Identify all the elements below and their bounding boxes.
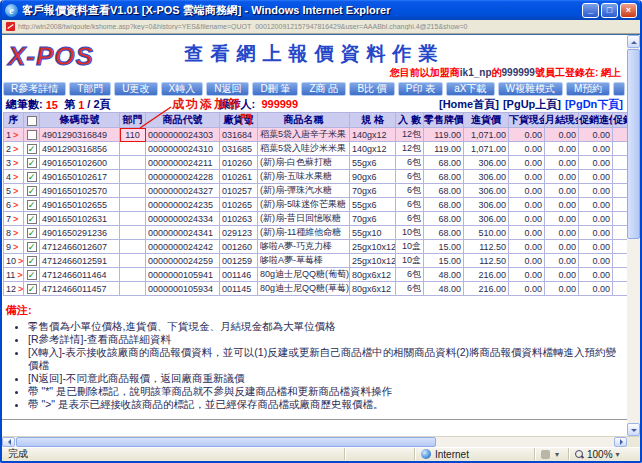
row-checkbox[interactable]: ✓ — [27, 186, 37, 196]
cell-dept — [120, 254, 146, 268]
cell-monthly: 0.00 — [545, 226, 579, 240]
row-checkbox[interactable]: ✓ — [27, 158, 37, 168]
cell-no: 1> — [4, 128, 24, 142]
toolbar-button-partial[interactable] — [613, 82, 625, 96]
row-checkbox[interactable]: ✓ — [27, 270, 37, 280]
cell-barcode: 4901650102617 — [40, 170, 120, 184]
toolbar-button-9[interactable]: P印 表 — [398, 82, 443, 96]
row-checkbox[interactable]: ✓ — [27, 200, 37, 210]
row-checkbox[interactable]: ✓ — [27, 228, 37, 238]
cell-qty: 6包 — [396, 184, 424, 198]
nav-PgDn下頁[interactable]: [PgDn下頁] — [565, 97, 623, 112]
cell-cost: 1,071.00 — [464, 142, 509, 156]
scroll-left-button[interactable] — [2, 437, 15, 447]
toolbar-button-5[interactable]: N返回 — [206, 82, 249, 96]
cell-cost: 510.00 — [464, 226, 509, 240]
row-checkbox[interactable]: ✓ — [27, 172, 37, 182]
cell-monthly: 0.00 — [545, 184, 579, 198]
toolbar-button-12[interactable]: M預約 — [566, 82, 610, 96]
note-item-6: 帶 ">" 是表示已經接收該商品的標記，並已經保存商品檔或廠商歷史報價檔。 — [28, 398, 623, 411]
row-checkbox[interactable] — [27, 130, 37, 140]
toolbar-button-11[interactable]: W複雜模式 — [498, 82, 563, 96]
protection-section[interactable]: ▾ — [534, 448, 568, 460]
scroll-down-button[interactable] — [627, 423, 640, 436]
toolbar-button-1[interactable]: R參考詳情 — [3, 82, 66, 96]
cell-qty: 10盒 — [396, 254, 424, 268]
cell-name: (新)扇-11種維他命糖 — [258, 226, 350, 240]
cell-retail: 68.00 — [424, 198, 464, 212]
cell-spec: 55gx10 — [350, 226, 396, 240]
nav-Home首頁[interactable]: [Home首頁] — [439, 97, 499, 112]
cell-promo2 — [613, 254, 628, 268]
vertical-scroll-thumb[interactable] — [627, 49, 640, 239]
cell-vendor: 010263 — [220, 212, 258, 226]
cell-cost: 306.00 — [464, 156, 509, 170]
cell-no: 2> — [4, 142, 24, 156]
cell-barcode: 4712466011457 — [40, 282, 120, 296]
col-header-0: 序 — [4, 113, 24, 128]
cell-retail: 119.00 — [424, 128, 464, 142]
horizontal-scrollbar[interactable] — [2, 436, 640, 447]
minimize-button[interactable]: _ — [582, 3, 599, 18]
cell-checkbox: ✓ — [24, 282, 40, 296]
toolbar-button-7[interactable]: Z商 品 — [301, 82, 346, 96]
total-label: 總筆數: — [6, 97, 43, 112]
col-header-7: 規 格 — [350, 113, 396, 128]
scroll-up-button[interactable] — [627, 35, 640, 48]
close-button[interactable]: × — [620, 3, 637, 18]
row-checkbox[interactable]: ✓ — [27, 284, 37, 294]
cell-promo2 — [613, 170, 628, 184]
address-url[interactable]: http://win2008/tw/qoute/kshome.asp?key=0… — [18, 23, 636, 30]
cell-code: 0000000024228 — [146, 170, 220, 184]
cell-vendor: 031685 — [220, 142, 258, 156]
cell-no: 6> — [4, 198, 24, 212]
cell-cost: 306.00 — [464, 184, 509, 198]
address-bar: http://win2008/tw/qoute/kshome.asp?key=0… — [2, 20, 640, 34]
row-checkbox[interactable]: ✓ — [27, 214, 37, 224]
row-checkbox[interactable]: ✓ — [27, 242, 37, 252]
vertical-scrollbar[interactable] — [627, 35, 640, 436]
horizontal-scroll-track[interactable] — [437, 437, 614, 447]
toolbar-button-10[interactable]: aX下載 — [446, 82, 494, 96]
select-all-checkbox[interactable] — [27, 116, 37, 126]
toolbar-button-2[interactable]: T部門 — [69, 82, 111, 96]
toolbar-button-6[interactable]: D刪 筆 — [252, 82, 298, 96]
toolbar-button-3[interactable]: U更改 — [114, 82, 157, 96]
cell-dept — [120, 184, 146, 198]
zoom-control[interactable]: 100% ▾ — [568, 448, 640, 460]
status-text: 完成 — [2, 448, 344, 460]
horizontal-scroll-thumb[interactable] — [16, 437, 436, 447]
cell-cash: 0.00 — [509, 184, 545, 198]
cell-qty: 12包 — [396, 142, 424, 156]
nav-PgUp上頁[interactable]: [PgUp上頁] — [503, 97, 561, 112]
cell-code: 0000000024334 — [146, 212, 220, 226]
table-row: 2>✓49012903168560000000024310031685稻葉5袋入… — [4, 142, 628, 156]
zoom-caret-icon: ▾ — [616, 450, 620, 459]
row-checkbox[interactable]: ✓ — [27, 256, 37, 266]
toolbar-button-4[interactable]: X轉入 — [161, 82, 204, 96]
scroll-right-button[interactable] — [614, 437, 627, 447]
cell-no: 7> — [4, 212, 24, 226]
received-marker: > — [13, 186, 18, 196]
table-row: 9>✓47124660126070000000024242001260哆啦A夢-… — [4, 240, 628, 254]
received-marker: > — [13, 242, 18, 252]
received-marker: > — [13, 158, 18, 168]
vertical-scroll-track[interactable] — [627, 240, 640, 423]
cell-checkbox: ✓ — [24, 198, 40, 212]
row-checkbox[interactable]: ✓ — [27, 144, 37, 154]
col-header-3: 部門 — [120, 113, 146, 128]
cell-spec: 25gx10x12 — [350, 254, 396, 268]
table-row: 11>✓4712466011464000000010594100114680g迪… — [4, 268, 628, 282]
cell-dept — [120, 240, 146, 254]
cell-monthly: 0.00 — [545, 282, 579, 296]
cell-spec: 80gx6x12 — [350, 282, 396, 296]
col-header-2: 條碼母號 — [40, 113, 120, 128]
cell-cost: 306.00 — [464, 170, 509, 184]
toolbar-button-8[interactable]: B比 價 — [349, 82, 394, 96]
cell-spec: 70gx6 — [350, 184, 396, 198]
col-header-1 — [24, 113, 40, 128]
cell-code: 0000000024235 — [146, 198, 220, 212]
cell-vendor: 001145 — [220, 282, 258, 296]
maximize-button[interactable]: □ — [601, 3, 618, 18]
page-title: 查看網上報價資料作業 — [2, 41, 627, 67]
